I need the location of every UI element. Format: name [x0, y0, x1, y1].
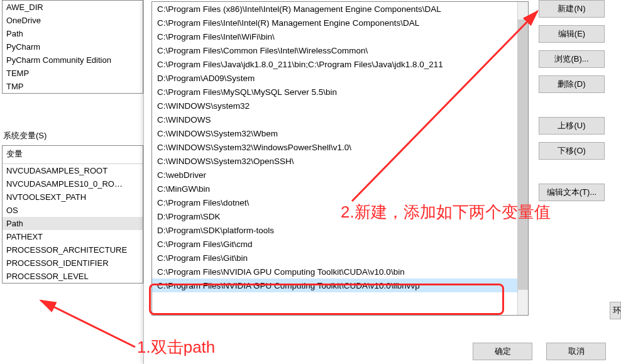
path-entry[interactable]: C:\Program Files\Git\bin	[152, 251, 528, 265]
list-item[interactable]: NVCUDASAMPLES10_0_RO…	[3, 177, 143, 190]
list-item[interactable]: PROCESSOR_ARCHITECTURE	[3, 243, 143, 256]
move-down-button[interactable]: 下移(O)	[539, 142, 605, 160]
list-item[interactable]: TEMP	[3, 67, 143, 80]
path-entry[interactable]: C:\Program Files\Java\jdk1.8.0_211\bin;C…	[152, 57, 528, 71]
list-item[interactable]: OS	[3, 204, 143, 217]
path-entry[interactable]: C:\Program Files\NVIDIA GPU Computing To…	[152, 265, 528, 279]
list-item-path[interactable]: Path	[3, 217, 143, 230]
user-vars-listbox[interactable]: AWE_DIR OneDrive Path PyCharm PyCharm Co…	[2, 0, 143, 94]
path-entry[interactable]: C:\Program Files\Common Files\Intel\Wire…	[152, 43, 528, 57]
list-item[interactable]: Path	[3, 27, 143, 40]
delete-button[interactable]: 删除(D)	[539, 75, 605, 93]
list-item[interactable]: PROCESSOR_IDENTIFIER	[3, 256, 143, 270]
cropped-button[interactable]: 环	[610, 302, 621, 319]
edit-path-dialog: C:\Program Files (x86)\Intel\Intel(R) Ma…	[143, 0, 621, 364]
dialog-bottom-buttons: 确定 取消	[461, 343, 606, 360]
column-header-variable: 变量	[3, 146, 143, 164]
list-item[interactable]: NVTOOLSEXT_PATH	[3, 190, 143, 204]
scroll-thumb[interactable]	[517, 19, 528, 290]
path-entry[interactable]: C:\WINDOWS	[152, 113, 528, 126]
path-entry[interactable]: D:\Program\AD09\System	[152, 71, 528, 85]
path-entry[interactable]: C:\Program Files\Intel\WiFi\bin\	[152, 30, 528, 43]
move-up-button[interactable]: 上移(U)	[539, 117, 605, 135]
path-entry[interactable]: C:\WINDOWS\system32	[152, 99, 528, 113]
path-entry[interactable]: C:\Program Files\dotnet\	[152, 196, 528, 209]
system-vars-label: 系统变量(S)	[3, 130, 143, 141]
ok-button[interactable]: 确定	[473, 343, 532, 360]
path-entry[interactable]: C:\WINDOWS\System32\OpenSSH\	[152, 154, 528, 168]
list-item[interactable]: PATHEXT	[3, 230, 143, 243]
list-item[interactable]: PyCharm Community Edition	[3, 53, 143, 67]
edit-button[interactable]: 编辑(E)	[539, 25, 605, 43]
path-entry[interactable]: C:\WINDOWS\System32\Wbem	[152, 126, 528, 140]
path-entry[interactable]: C:\Program Files\NVIDIA GPU Computing To…	[152, 279, 528, 292]
system-vars-listbox[interactable]: 变量 NVCUDASAMPLES_ROOT NVCUDASAMPLES10_0_…	[2, 145, 143, 284]
new-button[interactable]: 新建(N)	[539, 0, 605, 18]
path-entry[interactable]: C:\Program Files\Intel\Intel(R) Manageme…	[152, 16, 528, 30]
list-item[interactable]: NVCUDASAMPLES_ROOT	[3, 164, 143, 177]
path-entry[interactable]: C:\Program Files\Git\cmd	[152, 237, 528, 251]
list-item[interactable]: AWE_DIR	[3, 1, 143, 14]
edit-text-button[interactable]: 编辑文本(T)...	[539, 184, 605, 201]
browse-button[interactable]: 浏览(B)...	[539, 50, 605, 68]
path-entry[interactable]: C:\Program Files\MySQL\MySQL Server 5.5\…	[152, 85, 528, 99]
list-item[interactable]: TMP	[3, 80, 143, 93]
cancel-button[interactable]: 取消	[546, 343, 606, 360]
path-entry[interactable]: C:\WINDOWS\System32\WindowsPowerShell\v1…	[152, 140, 528, 154]
list-item[interactable]: PyCharm	[3, 40, 143, 53]
dialog-side-buttons: 新建(N) 编辑(E) 浏览(B)... 删除(D) 上移(U) 下移(O) 编…	[539, 0, 611, 209]
env-vars-left-panel: AWE_DIR OneDrive Path PyCharm PyCharm Co…	[2, 0, 143, 364]
path-entries-listbox[interactable]: C:\Program Files (x86)\Intel\Intel(R) Ma…	[151, 1, 529, 316]
path-entry[interactable]: C:\webDriver	[152, 168, 528, 182]
list-item[interactable]: PROCESSOR_LEVEL	[3, 270, 143, 283]
path-entry[interactable]: C:\Program Files (x86)\Intel\Intel(R) Ma…	[152, 2, 528, 16]
path-entry[interactable]: C:\MinGW\bin	[152, 182, 528, 196]
list-item[interactable]: OneDrive	[3, 14, 143, 27]
path-entry[interactable]: D:\Program\SDK\platform-tools	[152, 223, 528, 237]
path-entry[interactable]: D:\Program\SDK	[152, 209, 528, 223]
vertical-scrollbar[interactable]	[517, 2, 528, 315]
